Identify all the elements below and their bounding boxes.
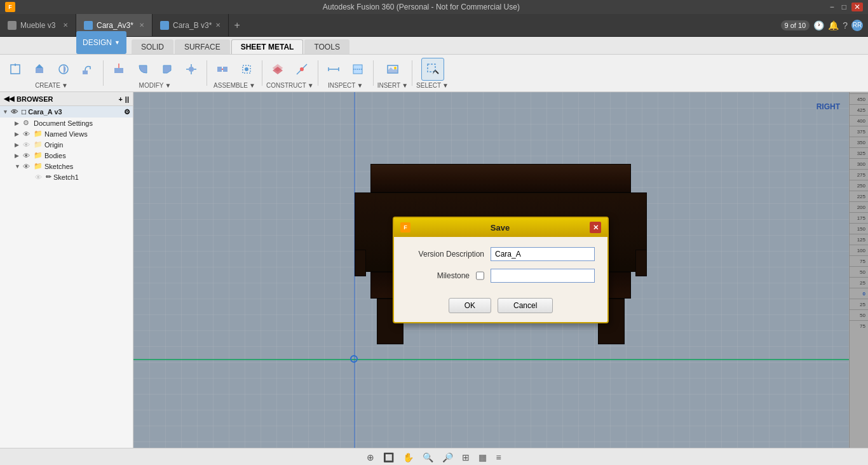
svg-rect-2 <box>36 68 43 73</box>
milestone-label: Milestone <box>407 271 470 280</box>
save-dialog-footer: OK Cancel <box>394 293 607 322</box>
assemble-group: ASSEMBLE▼ <box>211 58 258 89</box>
move-button[interactable] <box>180 58 203 81</box>
tab-add-button[interactable]: + <box>229 14 245 36</box>
inspect-label[interactable]: INSPECT▼ <box>328 82 363 89</box>
select-group: SELECT▼ <box>416 58 449 89</box>
save-dialog-titlebar: F Save ✕ <box>394 218 607 237</box>
browser-header: ◀◀ BROWSER + || <box>0 92 133 106</box>
toolbar-tab-solid[interactable]: SOLID <box>132 39 173 54</box>
pan-icon[interactable]: ✋ <box>400 451 416 464</box>
eye-icon-root[interactable]: 👁 <box>11 108 20 116</box>
help-icon[interactable]: ? <box>843 20 848 30</box>
toolbar-tab-surface[interactable]: SURFACE <box>175 39 230 54</box>
tab-cara-av3-close[interactable]: ✕ <box>139 22 144 29</box>
close-button[interactable]: ✕ <box>851 3 863 11</box>
browser-item-sketches[interactable]: ▼ 👁 📁 Sketches <box>0 161 133 172</box>
browser-item-named-views[interactable]: ▶ 👁 📁 Named Views <box>0 128 133 139</box>
tab-cara-bv3[interactable]: Cara_B v3* ✕ <box>153 14 229 36</box>
tab-mueble-label: Mueble v3 <box>20 21 55 30</box>
offset-plane-button[interactable] <box>266 58 289 81</box>
bell-icon[interactable]: 🔔 <box>828 20 839 30</box>
browser-item-bodies[interactable]: ▶ 👁 📁 Bodies <box>0 150 133 161</box>
browser-item-sketch1[interactable]: 👁 ✏ Sketch1 <box>0 172 133 182</box>
zoom-window-icon[interactable]: 🔎 <box>440 451 456 464</box>
bottom-toolbar: ⊕ 🔲 ✋ 🔍 🔎 ⊞ ▦ ≡ <box>0 448 868 465</box>
browser-item-sketches-label: Sketches <box>44 163 73 170</box>
tab-cara-bv3-close[interactable]: ✕ <box>215 22 220 29</box>
new-component-button[interactable] <box>4 58 27 81</box>
svg-point-9 <box>189 67 194 72</box>
save-dialog-close-button[interactable]: ✕ <box>590 222 601 233</box>
toolbar-tab-tools[interactable]: TOOLS <box>304 39 349 54</box>
browser-item-root[interactable]: ▼ 👁 □ Cara_A v3 ⚙ <box>0 106 133 118</box>
gear-icon-doc: ⚙ <box>23 119 32 127</box>
settings-icon-root[interactable]: ⚙ <box>124 108 130 116</box>
folder-icon-named: 📁 <box>34 130 43 138</box>
toolbar-content: CREATE▼ MODIFY▼ <box>0 55 868 91</box>
browser-collapse-icon[interactable]: ◀◀ <box>4 95 14 103</box>
tab-mueble[interactable]: Mueble v3 ✕ <box>0 14 76 36</box>
zoom-fit-icon[interactable]: 🔍 <box>420 451 436 464</box>
select-button[interactable] <box>421 58 444 81</box>
milestone-checkbox[interactable] <box>476 271 484 280</box>
ok-button[interactable]: OK <box>449 298 491 313</box>
minimize-button[interactable]: − <box>827 3 837 11</box>
transform-icon[interactable]: ⊕ <box>364 451 377 464</box>
toolbar-tabs: DESIGN ▼ SOLID SURFACE SHEET METAL TOOLS <box>0 37 868 55</box>
insert-image-button[interactable] <box>381 58 404 81</box>
design-button[interactable]: DESIGN ▼ <box>76 31 126 54</box>
tab-mueble-icon <box>8 21 17 30</box>
modify-label[interactable]: MODIFY▼ <box>139 82 172 89</box>
browser-item-doc-settings[interactable]: ▶ ⚙ Document Settings <box>0 118 133 128</box>
app-icon: F <box>5 2 15 12</box>
construct-label[interactable]: CONSTRUCT▼ <box>266 82 314 89</box>
sweep-button[interactable] <box>76 58 99 81</box>
user-avatar[interactable]: RR <box>851 20 863 31</box>
svg-rect-14 <box>217 67 222 72</box>
create-group: CREATE▼ <box>4 58 99 89</box>
eye-icon-bodies[interactable]: 👁 <box>23 152 32 159</box>
clock-icon[interactable]: 🕐 <box>813 20 824 30</box>
design-label: DESIGN <box>83 38 112 47</box>
section-analysis-button[interactable] <box>346 58 369 81</box>
grid-icon[interactable]: 🔲 <box>381 451 397 464</box>
display-settings-icon[interactable]: ≡ <box>493 451 503 464</box>
press-pull-button[interactable] <box>107 58 130 81</box>
insert-label[interactable]: INSERT▼ <box>377 82 408 89</box>
browser-add-icon[interactable]: + <box>118 95 122 103</box>
midpoint-button[interactable] <box>290 58 313 81</box>
maximize-button[interactable]: □ <box>839 3 849 11</box>
assemble-2-button[interactable] <box>235 58 258 81</box>
tab-cara-av3-icon <box>84 21 93 30</box>
create-label[interactable]: CREATE▼ <box>35 82 68 89</box>
eye-icon-named[interactable]: 👁 <box>23 130 32 138</box>
eye-icon-sketches[interactable]: 👁 <box>23 163 32 170</box>
browser-collapse-side[interactable]: || <box>125 95 129 103</box>
expand-arrow-origin: ▶ <box>15 142 21 148</box>
tab-mueble-close[interactable]: ✕ <box>63 22 68 29</box>
expand-arrow-sketches: ▼ <box>15 163 21 170</box>
assemble-label[interactable]: ASSEMBLE▼ <box>214 82 255 89</box>
toolbar-tab-sheet-metal[interactable]: SHEET METAL <box>231 39 304 54</box>
chamfer-button[interactable] <box>156 58 179 81</box>
fillet-button[interactable] <box>132 58 154 81</box>
eye-icon-origin[interactable]: 👁 <box>23 141 32 149</box>
eye-icon-sketch1[interactable]: 👁 <box>35 173 44 181</box>
measure-button[interactable] <box>322 58 345 81</box>
version-desc-input[interactable] <box>491 247 595 261</box>
display-grid-icon[interactable]: ▦ <box>476 451 489 464</box>
toolbar-area: DESIGN ▼ SOLID SURFACE SHEET METAL TOOLS <box>0 37 868 92</box>
cancel-button[interactable]: Cancel <box>498 298 553 313</box>
extrude-button[interactable] <box>28 58 51 81</box>
viewport[interactable]: RIGHT 450 425 400 375 350 325 300 275 25… <box>133 92 868 448</box>
revolve-button[interactable] <box>52 58 75 81</box>
milestone-text-input[interactable] <box>491 269 595 283</box>
joint-button[interactable] <box>211 58 234 81</box>
save-dialog-title-text: Save <box>410 223 590 232</box>
browser-item-origin[interactable]: ▶ 👁 📁 Origin <box>0 139 133 150</box>
design-dropdown-arrow: ▼ <box>114 39 120 46</box>
inspect-group: INSPECT▼ <box>322 58 369 89</box>
select-label[interactable]: SELECT▼ <box>416 82 449 89</box>
view-cube-icon[interactable]: ⊞ <box>459 451 472 464</box>
